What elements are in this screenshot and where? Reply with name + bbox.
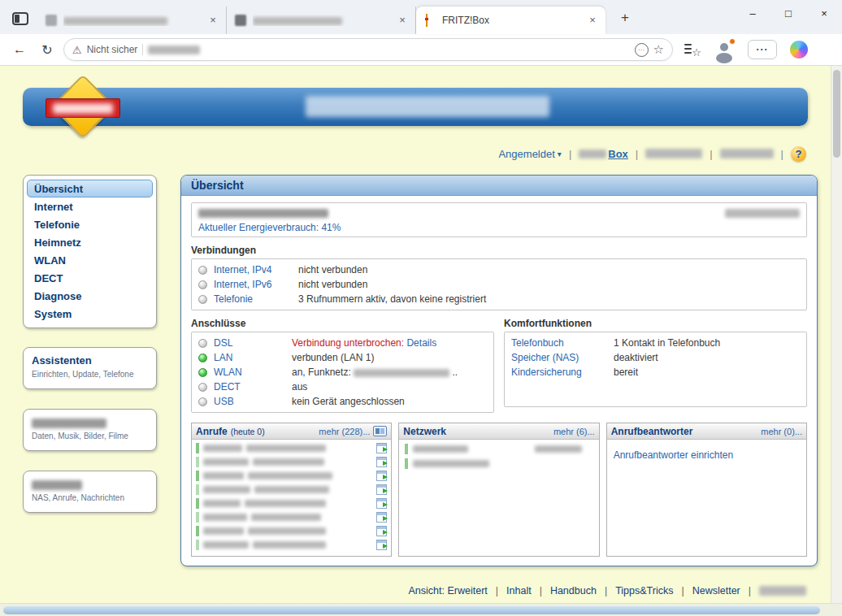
device-info-box: Aktueller Energieverbrauch: 41% [191, 202, 807, 237]
vertical-scrollbar-thumb[interactable] [833, 70, 840, 158]
help-icon[interactable]: ? [791, 146, 806, 162]
verbindungen-box: Internet, IPv4 nicht verbunden Internet,… [191, 258, 807, 310]
header-link-redacted[interactable] [720, 149, 774, 158]
network-device-row[interactable] [401, 441, 596, 456]
add-contact-icon[interactable] [376, 484, 387, 495]
browser-tab-2[interactable]: × [227, 7, 416, 34]
close-window-button[interactable]: × [806, 0, 842, 26]
view-mode-link[interactable]: Ansicht: Erweitert [409, 585, 488, 596]
led-green-icon [198, 368, 207, 377]
komfort-label[interactable]: Telefonbuch [511, 337, 607, 349]
media-box[interactable]: Daten, Musik, Bilder, Filme [23, 409, 157, 451]
connection-label[interactable]: Telefonie [214, 293, 292, 305]
tab1-close-icon[interactable]: × [206, 14, 219, 27]
workspaces-button[interactable] [7, 7, 34, 31]
call-row[interactable] [194, 524, 388, 538]
call-row[interactable] [194, 483, 388, 497]
nas-box[interactable]: NAS, Anrufe, Nachrichten [23, 471, 157, 513]
sidebar-item-wlan[interactable]: WLAN [27, 251, 153, 269]
footer-link-handbuch[interactable]: Handbuch [550, 585, 597, 596]
footer-link-newsletter[interactable]: Newsletter [692, 585, 740, 596]
footer-link-tipps[interactable]: Tipps&Tricks [615, 585, 673, 596]
add-contact-icon[interactable] [376, 471, 387, 481]
sidebar-item-system[interactable]: System [27, 305, 153, 323]
sidebar-item-telefonie[interactable]: Telefonie [27, 215, 153, 233]
add-contact-icon[interactable] [376, 526, 387, 536]
logged-in-dropdown[interactable]: Angemeldet ▾ [498, 148, 561, 160]
favorite-star-icon[interactable]: ☆ [653, 42, 664, 57]
footer-link-redacted[interactable] [759, 586, 806, 596]
led-gray-icon [198, 266, 207, 275]
anrufe-title: Anrufe [196, 426, 228, 437]
collections-icon[interactable]: ☆ [684, 42, 701, 57]
call-row[interactable] [194, 441, 388, 455]
not-secure-warning-icon[interactable]: ⚠ [72, 44, 82, 56]
refresh-button[interactable]: ↻ [36, 38, 59, 61]
connection-value: nicht verbunden [298, 264, 367, 275]
new-tab-button[interactable]: + [614, 7, 636, 29]
tab2-title-redacted [253, 15, 389, 26]
led-gray-icon [198, 280, 207, 289]
maximize-button[interactable]: □ [770, 0, 806, 26]
overview-header: Übersicht [181, 176, 817, 196]
netzwerk-more-link[interactable]: mehr (6)... [553, 427, 595, 436]
connection-label[interactable]: Internet, IPv4 [214, 264, 292, 275]
connection-row-ipv4: Internet, IPv4 nicht verbunden [198, 262, 800, 277]
komfort-label[interactable]: Speicher (NAS) [511, 352, 607, 363]
window-controls: – □ × [735, 0, 842, 26]
call-row[interactable] [194, 538, 388, 552]
sidebar-item-diagnose[interactable]: Diagnose [27, 287, 153, 305]
device-link-redacted[interactable] [725, 209, 800, 218]
tab2-close-icon[interactable]: × [396, 14, 409, 27]
anrufbeantworter-more-link[interactable]: mehr (0)... [761, 427, 802, 436]
session-row: Angemeldet ▾ | Box | | | ? [498, 146, 806, 161]
anrufe-header: Anrufe (heute 0) mehr (228)... [192, 423, 391, 440]
horizontal-scrollbar-thumb[interactable] [3, 606, 820, 614]
call-row[interactable] [194, 469, 388, 483]
dsl-details-link[interactable]: Details [406, 337, 436, 349]
browser-tab-active[interactable]: FRITZ!Box × [416, 7, 605, 34]
port-label[interactable]: WLAN [214, 367, 285, 378]
call-status-bar [196, 457, 199, 467]
vertical-scrollbar[interactable] [831, 66, 842, 603]
sidebar-item-uebersicht[interactable]: Übersicht [27, 180, 153, 197]
browser-tab-1[interactable]: × [37, 7, 227, 34]
network-device-row[interactable] [401, 456, 596, 471]
calllist-toggle-icon[interactable] [373, 426, 387, 436]
port-label[interactable]: USB [214, 396, 285, 407]
footer-link-inhalt[interactable]: Inhalt [506, 585, 532, 596]
port-label[interactable]: DECT [214, 381, 285, 393]
page-actions-icon[interactable]: ··· [635, 43, 649, 57]
add-contact-icon[interactable] [376, 457, 387, 467]
header-link-redacted[interactable] [645, 149, 702, 158]
add-contact-icon[interactable] [376, 512, 387, 523]
port-label[interactable]: LAN [214, 352, 285, 363]
connection-label[interactable]: Internet, IPv6 [214, 279, 292, 290]
call-row[interactable] [194, 497, 388, 510]
port-label[interactable]: DSL [214, 337, 285, 349]
fritzbox-home-link[interactable]: Box [579, 148, 628, 160]
address-bar[interactable]: ⚠ Nicht sicher ··· ☆ [63, 38, 673, 61]
profile-button[interactable] [714, 39, 735, 60]
settings-menu-button[interactable]: ··· [748, 40, 777, 59]
sidebar-item-internet[interactable]: Internet [27, 197, 153, 215]
back-button[interactable]: ← [8, 38, 31, 61]
horizontal-scrollbar[interactable] [0, 603, 842, 616]
add-contact-icon[interactable] [376, 540, 387, 550]
led-gray-icon [198, 397, 207, 406]
anrufbeantworter-setup-link[interactable]: Anrufbeantworter einrichten [614, 449, 733, 461]
minimize-button[interactable]: – [735, 0, 770, 26]
add-contact-icon[interactable] [376, 443, 387, 453]
assistenten-box[interactable]: Assistenten Einrichten, Update, Telefone [23, 347, 157, 389]
copilot-icon[interactable] [790, 41, 808, 59]
call-row[interactable] [194, 455, 388, 469]
active-tab-close-icon[interactable]: × [586, 14, 599, 27]
komfort-label[interactable]: Kindersicherung [511, 367, 607, 378]
add-contact-icon[interactable] [376, 498, 387, 509]
call-row[interactable] [194, 510, 388, 524]
sidebar-item-heimnetz[interactable]: Heimnetz [27, 233, 153, 251]
anrufe-more-link[interactable]: mehr (228)... [319, 427, 370, 436]
sidebar-item-dect[interactable]: DECT [27, 269, 153, 287]
anrufbeantworter-panel: Anrufbeantworter mehr (0)... Anrufbeantw… [606, 423, 807, 557]
sidebar-nav: Übersicht Internet Telefonie Heimnetz WL… [23, 175, 157, 328]
